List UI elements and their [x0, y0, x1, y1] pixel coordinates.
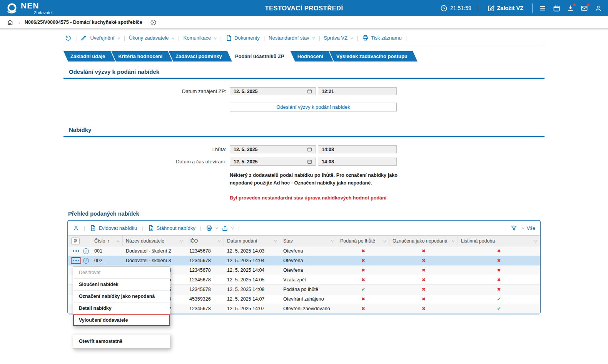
opening-time-input[interactable]: 14:08: [318, 158, 397, 166]
home-icon[interactable]: [7, 19, 13, 26]
start-time-input[interactable]: 12:21: [318, 87, 397, 95]
edit-record-icon[interactable]: [80, 35, 87, 41]
table-row[interactable]: i002Dodavatel - školení 31234567812. 5. …: [68, 256, 540, 266]
info-icon[interactable]: i: [83, 248, 89, 254]
table-row[interactable]: i001Dodavatel - školení 21234567812. 5. …: [68, 246, 540, 256]
print-button[interactable]: ▽: [206, 225, 218, 231]
row-menu-icon[interactable]: [72, 258, 80, 263]
chevron-down-icon: ▽: [172, 36, 175, 40]
separator: |: [200, 225, 201, 231]
sort-dropdown-icon[interactable]: ▽: [114, 239, 119, 243]
create-vz-button[interactable]: Založit VZ: [485, 4, 526, 12]
paper-form-mark: ✖: [458, 266, 540, 275]
column-header-2[interactable]: Název dodavatele▽: [123, 236, 186, 246]
ico-cell: 45359326: [186, 294, 224, 304]
sort-dropdown-icon[interactable]: ▽: [449, 239, 454, 243]
sort-dropdown-icon[interactable]: ▽: [329, 239, 334, 243]
column-header-5[interactable]: Stav▽: [280, 236, 337, 246]
calendar-icon[interactable]: [553, 5, 560, 12]
separator: |: [84, 225, 85, 231]
toolbar-item-2[interactable]: Komunikace▽: [183, 35, 216, 41]
number-cell: 001: [91, 246, 123, 256]
ico-cell: 12345678: [186, 304, 224, 313]
submitted-cell: 12. 5. 2025 14:05: [224, 275, 280, 284]
download-offers-button[interactable]: Stáhnout nabídky: [148, 225, 195, 231]
column-header-7[interactable]: Označena jako nepodaná▽: [389, 236, 458, 246]
toolbar-links: Uveřejnění▽|Úkony zadavatele▽|Komunikace…: [90, 35, 411, 41]
toolbar-item-3[interactable]: Dokumenty: [225, 35, 260, 41]
menu-item-3[interactable]: Detail nabídky: [73, 303, 170, 314]
download-offers-label: Stáhnout nabídky: [157, 225, 195, 231]
column-label: Název dodavatele: [126, 238, 164, 244]
export-button[interactable]: ▽: [222, 225, 234, 231]
column-header-4[interactable]: Datum podání▽: [224, 236, 280, 246]
column-header-6[interactable]: Podaná po lhůtě▽: [337, 236, 389, 246]
section-header: Odeslání výzvy k podání nabídek: [63, 64, 545, 79]
toolbar-item-0[interactable]: Uveřejnění▽: [90, 35, 120, 41]
datepicker-icon[interactable]: [307, 147, 312, 152]
not-submitted-mark: ✖: [389, 266, 458, 275]
nen-logo-icon: [6, 3, 18, 14]
toolbar-item-5[interactable]: Správa VZ▽: [324, 35, 353, 41]
tab-2[interactable]: Zadávací podmínky: [169, 51, 232, 61]
ico-cell: 12345678: [186, 256, 224, 265]
app-role: Zadavatel: [34, 11, 52, 15]
start-date-input[interactable]: 12. 5. 2025: [230, 87, 316, 95]
tab-1[interactable]: Kritéria hodnocení: [111, 51, 172, 61]
menu-icon[interactable]: [539, 5, 546, 12]
deadline-time-input[interactable]: 14:08: [318, 145, 397, 153]
user-icon[interactable]: [595, 5, 602, 12]
column-settings-icon[interactable]: [71, 238, 80, 244]
status-cell: Otevřena: [280, 256, 337, 265]
sort-dropdown-icon[interactable]: ▽: [381, 239, 386, 243]
row-actions: i: [68, 246, 91, 256]
supplier-icon[interactable]: [73, 225, 79, 231]
supplier-cell: Dodavatel - školení 2: [123, 246, 186, 256]
toolbar-item-4[interactable]: Nestandardní stav▽: [269, 35, 315, 41]
opening-date-input[interactable]: 12. 5. 2025: [230, 158, 316, 166]
chevron-down-icon: ▽: [117, 36, 120, 40]
context-menu-open-separately[interactable]: Otevřít samostatně: [73, 334, 170, 349]
column-label: Datum podání: [227, 238, 257, 244]
invitation-section: Odeslání výzvy k podání nabídek Datum za…: [63, 64, 545, 111]
close-icon[interactable]: [150, 19, 157, 26]
datepicker-icon[interactable]: [307, 159, 312, 164]
send-invitation-button[interactable]: Odeslání výzvy k podání nabídek: [230, 103, 397, 111]
sort-dropdown-icon[interactable]: ▽: [272, 239, 277, 243]
menu-item-4[interactable]: Vyloučení dodavatele: [73, 314, 170, 326]
sort-dropdown-icon[interactable]: ▽: [215, 239, 220, 243]
sort-dropdown-icon[interactable]: ▽: [532, 239, 537, 243]
tab-4[interactable]: Hodnocení: [291, 51, 333, 61]
toolbar-item-1[interactable]: Úkony zadavatele▽: [129, 35, 174, 41]
deadline-date-input[interactable]: 12. 5. 2025: [230, 145, 316, 153]
row-menu-icon[interactable]: [72, 248, 80, 254]
sort-dropdown-icon[interactable]: ▽: [178, 239, 183, 243]
menu-item-1[interactable]: Sloučení nabídek: [73, 279, 170, 291]
action-toolbar: | Uveřejnění▽|Úkony zadavatele▽|Komunika…: [63, 31, 545, 45]
info-icon[interactable]: i: [83, 258, 89, 264]
breadcrumb-item[interactable]: N006/25/V00004575 - Domácí kuchyňské spo…: [25, 20, 142, 25]
column-header-8[interactable]: Listinná podoba▽: [458, 236, 540, 246]
start-time-value: 12:21: [322, 89, 334, 94]
column-header-1[interactable]: Číslo↑▽: [91, 236, 123, 246]
downloads-icon[interactable]: [567, 5, 574, 12]
filter-icon[interactable]: [511, 225, 517, 231]
nen-logo[interactable]: NEN Zadavatel: [6, 2, 52, 15]
tab-0[interactable]: Základní údaje: [63, 51, 115, 61]
late-mark: ✔: [337, 285, 389, 294]
section-title: Odeslání výzvy k podání nabídek: [69, 68, 539, 75]
deadline-time-value: 14:08: [322, 147, 334, 152]
filter-all-dropdown[interactable]: ▽ Vše: [521, 225, 535, 231]
toolbar-item-6[interactable]: Tisk záznamu: [362, 35, 402, 41]
tab-5[interactable]: Výsledek zadávacího postupu: [329, 51, 418, 61]
menu-item-2[interactable]: Označení nabídky jako nepodaná: [73, 291, 170, 303]
register-offer-button[interactable]: Evidovat nabídku: [90, 225, 137, 231]
separator: |: [319, 35, 320, 41]
messages-icon[interactable]: [581, 5, 588, 12]
tab-3[interactable]: Podání účastníků ZP: [228, 51, 294, 61]
undo-icon[interactable]: [65, 35, 72, 41]
column-header-3[interactable]: IČO▽: [186, 236, 224, 246]
separator: [532, 3, 533, 13]
datepicker-icon[interactable]: [307, 89, 312, 94]
separator: |: [142, 225, 143, 231]
